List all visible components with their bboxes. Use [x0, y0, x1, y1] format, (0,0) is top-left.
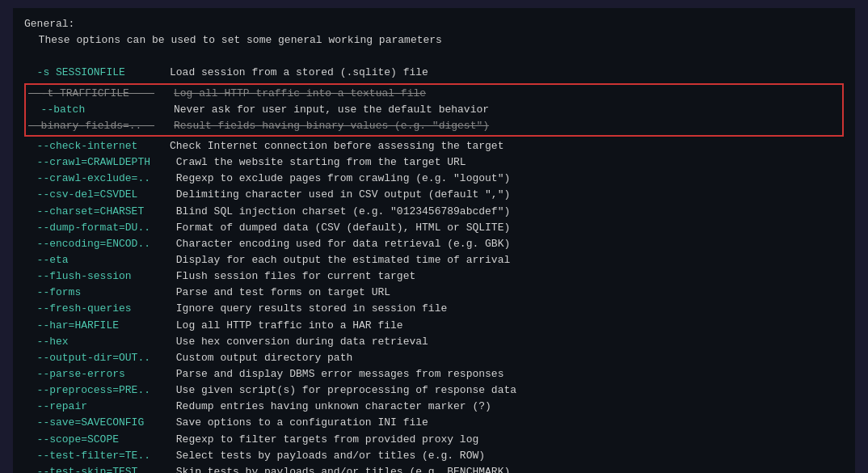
line-encoding: --encoding=ENCOD.. Character encoding us… — [24, 236, 844, 252]
desc-sessionfile: Load session from a stored (.sqlite) fil… — [170, 65, 428, 81]
option-sessionfile: -s SESSIONFILE — [24, 65, 170, 81]
desc-crawl-exclude: Regexp to exclude pages from crawling (e… — [170, 171, 510, 187]
line-crawl: --crawl=CRAWLDEPTH Crawl the website sta… — [24, 154, 844, 171]
line-output-dir: --output-dir=OUT.. Custom output directo… — [24, 350, 844, 366]
line-save: --save=SAVECONFIG Save options to a conf… — [24, 415, 844, 431]
desc-binary-fields: Result fields having binary values (e.g.… — [174, 118, 489, 134]
line-parse-errors: --parse-errors Parse and display DBMS er… — [24, 366, 844, 382]
desc-trafficfile: Log all HTTP traffic into a textual file — [174, 86, 426, 102]
option-hex: --hex — [24, 334, 170, 350]
general-title: General: — [24, 16, 74, 32]
line-har: --har=HARFILE Log all HTTP traffic into … — [24, 318, 844, 334]
line-eta: --eta Display for each output the estima… — [24, 252, 844, 268]
line-blank — [24, 49, 844, 65]
line-scope: --scope=SCOPE Regexp to filter targets f… — [24, 432, 844, 448]
option-binary-fields: binary-fields=.. — [28, 118, 174, 134]
option-trafficfile: -t TRAFFICFILE — [28, 86, 174, 102]
desc-har: Log all HTTP traffic into a HAR file — [170, 318, 403, 334]
desc-dump-format: Format of dumped data (CSV (default), HT… — [170, 220, 510, 236]
terminal: General: These options can be used to se… — [13, 8, 855, 473]
desc-flush-session: Flush session files for current target — [170, 268, 415, 285]
line-binary-fields: binary-fields=.. Result fields having bi… — [28, 118, 840, 134]
option-test-skip: --test-skip=TEST.. — [24, 464, 170, 473]
desc-eta: Display for each output the estimated ti… — [170, 252, 510, 268]
desc-repair: Redump entries having unknown character … — [170, 399, 491, 415]
line-fresh-queries: --fresh-queries Ignore query results sto… — [24, 301, 844, 317]
line-forms: --forms Parse and test forms on target U… — [24, 285, 844, 301]
line-general-header: General: — [24, 16, 844, 32]
line-sessionfile: -s SESSIONFILE Load session from a store… — [24, 65, 844, 81]
line-check-internet: --check-internet Check Internet connecti… — [24, 138, 844, 154]
line-trafficfile: -t TRAFFICFILE Log all HTTP traffic into… — [28, 86, 840, 102]
desc-hex: Use hex conversion during data retrieval — [170, 334, 428, 350]
desc-charset: Blind SQL injection charset (e.g. "01234… — [170, 204, 510, 220]
desc-crawl: Crawl the website starting from the targ… — [170, 154, 466, 171]
desc-save: Save options to a configuration INI file — [170, 415, 428, 431]
desc-parse-errors: Parse and display DBMS error messages fr… — [170, 366, 504, 382]
option-crawl: --crawl=CRAWLDEPTH — [24, 154, 170, 171]
option-forms: --forms — [24, 285, 170, 301]
desc-test-filter: Select tests by payloads and/or titles (… — [170, 448, 485, 464]
line-crawl-exclude: --crawl-exclude=.. Regexp to exclude pag… — [24, 171, 844, 187]
desc-forms: Parse and test forms on target URL — [170, 285, 390, 301]
highlight-box: -t TRAFFICFILE Log all HTTP traffic into… — [24, 83, 844, 137]
line-general-desc: These options can be used to set some ge… — [24, 32, 844, 49]
option-test-filter: --test-filter=TE.. — [24, 448, 170, 464]
line-preprocess: --preprocess=PRE.. Use given script(s) f… — [24, 382, 844, 399]
line-repair: --repair Redump entries having unknown c… — [24, 399, 844, 415]
option-encoding: --encoding=ENCOD.. — [24, 236, 170, 252]
line-batch: --batch Never ask for user input, use th… — [28, 102, 840, 118]
option-save: --save=SAVECONFIG — [24, 415, 170, 431]
option-dump-format: --dump-format=DU.. — [24, 220, 170, 236]
desc-preprocess: Use given script(s) for preprocessing of… — [170, 382, 516, 399]
desc-scope: Regexp to filter targets from provided p… — [170, 432, 478, 448]
line-test-filter: --test-filter=TE.. Select tests by paylo… — [24, 448, 844, 464]
line-dump-format: --dump-format=DU.. Format of dumped data… — [24, 220, 844, 236]
line-test-skip: --test-skip=TEST.. Skip tests by payload… — [24, 464, 844, 473]
option-har: --har=HARFILE — [24, 318, 170, 334]
option-batch: --batch — [28, 102, 174, 118]
desc-batch: Never ask for user input, use the defaul… — [174, 102, 489, 118]
option-check-internet: --check-internet — [24, 138, 170, 154]
desc-encoding: Character encoding used for data retriev… — [170, 236, 510, 252]
option-output-dir: --output-dir=OUT.. — [24, 350, 170, 366]
option-charset: --charset=CHARSET — [24, 204, 170, 220]
option-repair: --repair — [24, 399, 170, 415]
desc-fresh-queries: Ignore query results stored in session f… — [170, 301, 447, 317]
option-crawl-exclude: --crawl-exclude=.. — [24, 171, 170, 187]
option-preprocess: --preprocess=PRE.. — [24, 382, 170, 399]
option-eta: --eta — [24, 252, 170, 268]
desc-csv-del: Delimiting character used in CSV output … — [170, 187, 510, 203]
desc-check-internet: Check Internet connection before assessi… — [170, 138, 504, 154]
line-charset: --charset=CHARSET Blind SQL injection ch… — [24, 204, 844, 220]
option-fresh-queries: --fresh-queries — [24, 301, 170, 317]
option-flush-session: --flush-session — [24, 268, 170, 285]
option-csv-del: --csv-del=CSVDEL — [24, 187, 170, 203]
desc-output-dir: Custom output directory path — [170, 350, 352, 366]
desc-test-skip: Skip tests by payloads and/or titles (e.… — [170, 464, 510, 473]
line-csv-del: --csv-del=CSVDEL Delimiting character us… — [24, 187, 844, 203]
line-flush-session: --flush-session Flush session files for … — [24, 268, 844, 285]
option-parse-errors: --parse-errors — [24, 366, 170, 382]
general-desc: These options can be used to set some ge… — [24, 32, 442, 49]
line-hex: --hex Use hex conversion during data ret… — [24, 334, 844, 350]
option-scope: --scope=SCOPE — [24, 432, 170, 448]
